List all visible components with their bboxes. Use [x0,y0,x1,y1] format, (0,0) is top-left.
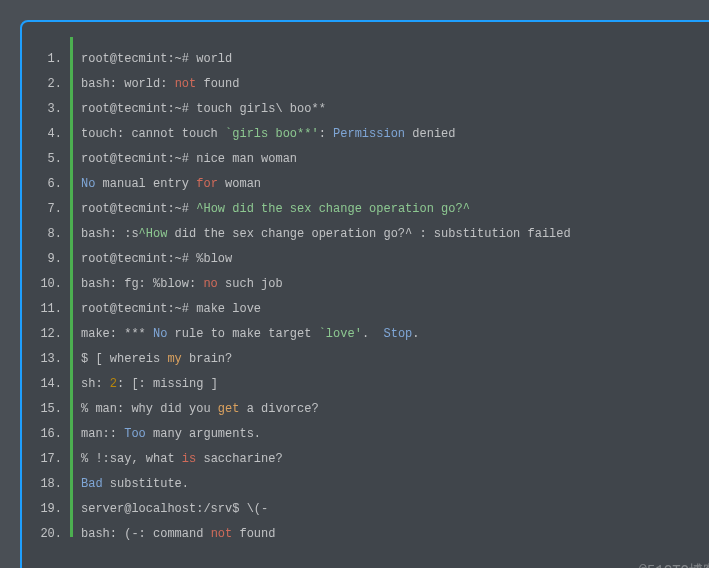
line-number: 1. [32,47,70,72]
code-token: bash: fg: %blow: [81,277,203,291]
line-number: 12. [32,322,70,347]
code-token: manual entry [95,177,196,191]
line-number: 17. [32,447,70,472]
line-number: 8. [32,222,70,247]
code-token: Bad [81,477,103,491]
code-content: root@tecmint:~# world [73,47,232,72]
code-token: # nice man woman [182,152,297,166]
code-content: No manual entry for woman [73,172,261,197]
code-token: bash: world: [81,77,175,91]
code-token: `love' [319,327,362,341]
code-token: found [232,527,275,541]
code-token: No [153,327,167,341]
code-token: woman [218,177,261,191]
code-token: root@tecmint:~ [81,102,182,116]
code-content: % !:say, what is saccharine? [73,447,283,472]
code-token: make: *** [81,327,153,341]
line-number: 11. [32,297,70,322]
code-token: bash: :s [81,227,139,241]
code-token: : [319,127,333,141]
code-token: sh: [81,377,110,391]
code-token: . [362,327,384,341]
code-content: $ [ whereis my brain? [73,347,232,372]
code-token: : [: missing ] [117,377,218,391]
code-token: # %blow [182,252,232,266]
code-content: touch: cannot touch `girls boo**': Permi… [73,122,456,147]
code-content: sh: 2: [: missing ] [73,372,218,397]
line-number: 18. [32,472,70,497]
code-token: man:: [81,427,124,441]
code-content: Bad substitute. [73,472,189,497]
code-token: 2 [110,377,117,391]
code-token: . [412,327,419,341]
code-token: Permission [333,127,405,141]
line-number: 15. [32,397,70,422]
code-token: ^How [139,227,168,241]
code-token: not [211,527,233,541]
code-token: Too [124,427,146,441]
code-content: root@tecmint:~# ^How did the sex change … [73,197,470,222]
code-token: such job [218,277,283,291]
code-token: denied [405,127,455,141]
code-token: my [167,352,181,366]
code-token: substitute. [103,477,189,491]
code-content: bash: :s^How did the sex change operatio… [73,222,571,247]
line-number: 16. [32,422,70,447]
code-token: root@tecmint:~ [81,152,182,166]
code-token: $ [ whereis [81,352,167,366]
code-content: root@tecmint:~# nice man woman [73,147,297,172]
code-token: % man: why did you [81,402,218,416]
code-token: did the sex change operation go?^ [225,202,470,216]
code-token: root@tecmint:~ [81,252,182,266]
code-token: is [182,452,196,466]
code-token: found [196,77,239,91]
terminal-window: 1.root@tecmint:~# world2.bash: world: no… [20,20,709,568]
code-token: root@tecmint:~ [81,52,182,66]
code-content: root@tecmint:~# make love [73,297,261,322]
code-content: man:: Too many arguments. [73,422,261,447]
code-token: saccharine? [196,452,282,466]
code-token: get [218,402,240,416]
line-number: 4. [32,122,70,147]
line-number: 7. [32,197,70,222]
code-token: many arguments. [146,427,261,441]
code-content: bash: world: not found [73,72,239,97]
line-number: 5. [32,147,70,172]
code-content: bash: fg: %blow: no such job [73,272,283,297]
line-number: 10. [32,272,70,297]
line-number: 3. [32,97,70,122]
line-number: 19. [32,497,70,522]
line-number: 20. [32,522,70,547]
code-token: server@localhost:/srv$ \(- [81,502,268,516]
code-token: rule to make target [167,327,318,341]
watermark: @51CTO博客 [639,562,709,568]
code-token: not [175,77,197,91]
code-token: touch: cannot touch [81,127,225,141]
code-content: make: *** No rule to make target `love'.… [73,322,420,347]
code-token: # make love [182,302,261,316]
code-token: root@tecmint:~ [81,302,182,316]
code-content: % man: why did you get a divorce? [73,397,319,422]
code-token: `girls boo**' [225,127,319,141]
line-number: 2. [32,72,70,97]
code-token: # world [182,52,232,66]
line-number: 6. [32,172,70,197]
line-number: 9. [32,247,70,272]
code-token: # [182,202,196,216]
code-listing: 1.root@tecmint:~# world2.bash: world: no… [32,37,709,537]
code-token: root@tecmint:~ [81,202,182,216]
code-content: server@localhost:/srv$ \(- [73,497,268,522]
code-token: No [81,177,95,191]
code-token: brain? [182,352,232,366]
code-token: no [203,277,217,291]
code-token: ^How [196,202,225,216]
code-token: Stop [383,327,412,341]
line-number: 13. [32,347,70,372]
code-content: root@tecmint:~# %blow [73,247,232,272]
code-token: for [196,177,218,191]
code-token: did the sex change operation go?^ : subs… [167,227,570,241]
code-token: # touch girls\ boo** [182,102,326,116]
code-token: % !:say, what [81,452,182,466]
line-number: 14. [32,372,70,397]
code-token: a divorce? [239,402,318,416]
